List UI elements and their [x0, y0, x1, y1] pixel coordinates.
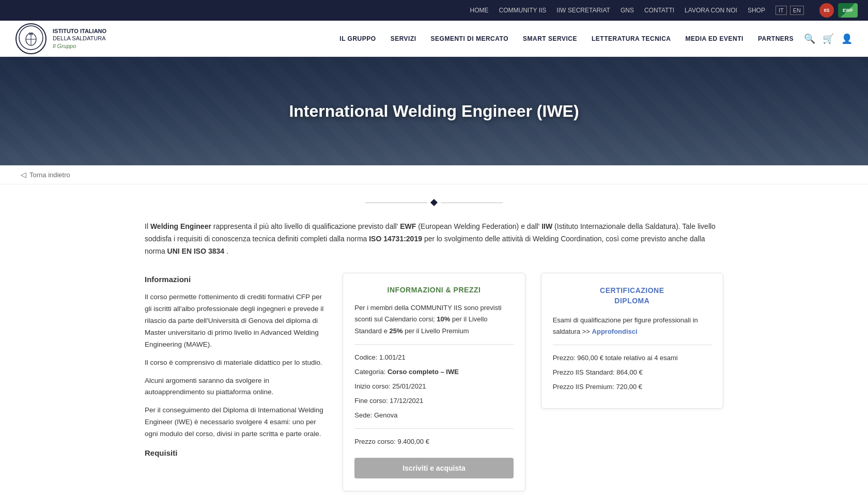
group-label: Il Gruppo — [53, 42, 106, 50]
discount-25pct: 25% — [390, 327, 403, 335]
sede-label: Sede: — [354, 411, 374, 419]
discount-10pct: 10% — [437, 315, 450, 323]
codice-label: Codice: — [354, 353, 379, 361]
nav-icons: 🔍 🛒 👤 — [804, 33, 853, 44]
nav-smart-service[interactable]: SMART SERVICE — [523, 35, 577, 42]
certification-card: CERTIFICAZIONEDIPLOMA Esami di qualifica… — [541, 273, 723, 409]
info-paragraph-2: Il corso è comprensivo di materiale dida… — [145, 357, 327, 369]
top-nav: HOME COMMUNITY IIS IIW SECRETARIAT GNS C… — [0, 0, 868, 21]
top-nav-contatti[interactable]: CONTATTI — [644, 7, 674, 14]
divider-diamond-shape — [430, 199, 438, 206]
discount-text-end: per il Livello Premium — [405, 327, 469, 335]
cert-card-body: Esami di qualificazione per figure profe… — [553, 315, 711, 393]
hero-title: International Welding Engineer (IWE) — [289, 102, 579, 121]
prezzo-row: Prezzo corso: 9.400,00 € — [354, 436, 513, 447]
language-switcher: IT EN — [776, 6, 804, 15]
top-nav-gns[interactable]: GNS — [621, 7, 634, 14]
cert-standard-value: 864,00 € — [616, 368, 643, 376]
nav-il-gruppo[interactable]: IL GRUPPO — [339, 35, 376, 42]
iis-logo-small: IIS — [819, 3, 834, 18]
lang-it-button[interactable]: IT — [776, 6, 787, 15]
intro-text-mid2: (European Welding Federation) e dall' — [418, 222, 539, 230]
content-area: Il Welding Engineer rappresenta il più a… — [124, 210, 744, 496]
nav-letteratura[interactable]: LETTERATURA TECNICA — [592, 35, 671, 42]
search-icon[interactable]: 🔍 — [804, 33, 815, 44]
cert-price-value: 960,00 € totale relativo ai 4 esami — [577, 354, 677, 362]
inizio-value: 25/01/2021 — [392, 382, 426, 390]
inizio-row: Inizio corso: 25/01/2021 — [354, 381, 513, 392]
main-nav: IIS ISTITUTO ITALIANO DELLA SALDATURA Il… — [0, 21, 868, 57]
top-nav-iiw[interactable]: IIW SECRETARIAT — [556, 7, 610, 14]
three-column-layout: Informazioni Il corso permette l'ottenim… — [145, 273, 723, 491]
back-arrow-icon: ◁ — [21, 171, 26, 179]
approfondisci-link[interactable]: Approfondisci — [592, 328, 638, 335]
hero-section: International Welding Engineer (IWE) — [0, 57, 868, 165]
intro-text-end: . — [226, 247, 228, 255]
intro-text-before: Il — [145, 222, 150, 230]
breadcrumb: ◁ Torna indietro — [0, 165, 868, 184]
cert-premium-row: Prezzo IIS Premium: 720,00 € — [553, 381, 711, 393]
cert-price-label: Prezzo: — [553, 354, 578, 362]
informazioni-heading: Informazioni — [145, 273, 327, 286]
section-divider — [0, 184, 868, 210]
emblem-text: IIS — [18, 25, 44, 52]
cert-intro-text: Esami di qualificazione per figure profe… — [553, 315, 711, 337]
buy-button[interactable]: Iscriviti e acquista — [354, 458, 513, 478]
codice-value: 1.001/21 — [379, 353, 406, 361]
intro-text-mid1: rappresenta il più alto livello di quali… — [213, 222, 398, 230]
card-divider-2 — [354, 428, 513, 429]
top-nav-community[interactable]: COMMUNITY IIS — [499, 7, 547, 14]
main-nav-links: IL GRUPPO SERVIZI SEGMENTI DI MERCATO SM… — [339, 35, 794, 42]
discount-text: Per i membri della COMMUNITY IIS sono pr… — [354, 302, 513, 336]
top-nav-lavora[interactable]: LAVORA CON NOI — [685, 7, 737, 14]
logo-emblem: IIS — [16, 23, 47, 54]
institute-name-line2: DELLA SALDATURA — [53, 35, 106, 42]
sede-row: Sede: Genova — [354, 410, 513, 421]
divider-line-right — [441, 203, 503, 203]
cert-standard-label: Prezzo IIS Standard: — [553, 368, 617, 376]
card-divider-1 — [354, 344, 513, 345]
fine-value: 17/12/2021 — [390, 397, 423, 405]
info-card-title: INFORMAZIONI & PREZZI — [354, 286, 513, 294]
inizio-label: Inizio corso: — [354, 382, 392, 390]
intro-bold-ewf: EWF — [400, 222, 416, 230]
site-logo: IIS ISTITUTO ITALIANO DELLA SALDATURA Il… — [16, 23, 150, 54]
fine-label: Fine corso: — [354, 397, 390, 405]
ewf-logo-small: EWF — [838, 3, 858, 18]
divider-line-left — [365, 203, 427, 203]
logo-text: ISTITUTO ITALIANO DELLA SALDATURA Il Gru… — [53, 27, 106, 50]
intro-bold-iso: ISO 14731:2019 — [369, 235, 422, 243]
info-card-body: Per i membri della COMMUNITY IIS sono pr… — [354, 302, 513, 478]
intro-bold-iiw: IIW — [541, 222, 552, 230]
categoria-value: Corso completo – IWE — [388, 368, 459, 376]
nav-servizi[interactable]: SERVIZI — [391, 35, 416, 42]
nav-media[interactable]: MEDIA ED EVENTI — [685, 35, 743, 42]
sede-value: Genova — [374, 411, 398, 419]
codice-row: Codice: 1.001/21 — [354, 352, 513, 363]
top-nav-home[interactable]: HOME — [470, 7, 489, 14]
info-paragraph-1: Il corso permette l'ottenimento di credi… — [145, 291, 327, 351]
cert-standard-row: Prezzo IIS Standard: 864,00 € — [553, 367, 711, 378]
cert-card-title: CERTIFICAZIONEDIPLOMA — [553, 286, 711, 306]
institute-name-line1: ISTITUTO ITALIANO — [53, 27, 106, 35]
categoria-label: Categoria: — [354, 368, 388, 376]
info-paragraph-4: Per il conseguimento del Diploma di Inte… — [145, 405, 327, 440]
info-prices-card: INFORMAZIONI & PREZZI Per i membri della… — [343, 273, 525, 491]
fine-row: Fine corso: 17/12/2021 — [354, 395, 513, 407]
left-column: Informazioni Il corso permette l'ottenim… — [145, 273, 327, 464]
categoria-row: Categoria: Corso completo – IWE — [354, 366, 513, 378]
cart-icon[interactable]: 🛒 — [823, 33, 834, 44]
cert-premium-label: Prezzo IIS Premium: — [553, 383, 616, 391]
lang-en-button[interactable]: EN — [790, 6, 804, 15]
back-link[interactable]: Torna indietro — [29, 171, 70, 179]
prezzo-label: Prezzo corso: — [354, 438, 397, 445]
nav-segmenti[interactable]: SEGMENTI DI MERCATO — [431, 35, 508, 42]
intro-bold-uni: UNI EN ISO 3834 — [167, 247, 225, 255]
nav-partners[interactable]: PARTNERS — [758, 35, 794, 42]
cert-premium-value: 720,00 € — [616, 383, 642, 391]
intro-bold-welding-engineer: Welding Engineer — [150, 222, 211, 230]
top-nav-shop[interactable]: SHOP — [748, 7, 765, 14]
info-paragraph-3: Alcuni argomenti saranno da svolgere in … — [145, 375, 327, 399]
cert-divider — [553, 345, 711, 345]
user-icon[interactable]: 👤 — [841, 33, 853, 44]
